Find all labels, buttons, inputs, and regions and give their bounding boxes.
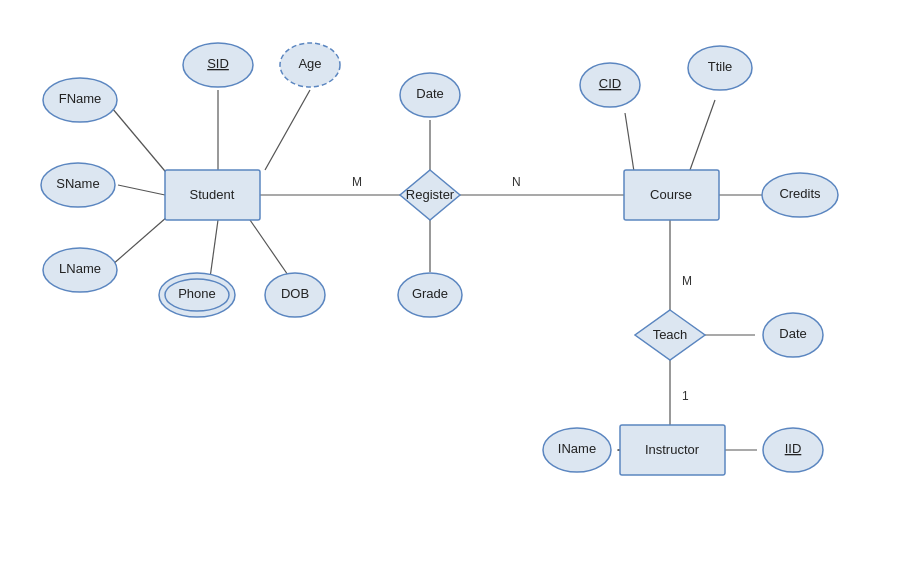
attr-cid-label: CID <box>599 76 621 91</box>
attr-iname-label: IName <box>558 441 596 456</box>
attr-lname-label: LName <box>59 261 101 276</box>
attr-dob-label: DOB <box>281 286 309 301</box>
svg-line-1 <box>265 90 310 170</box>
attr-fname-label: FName <box>59 91 102 106</box>
attr-age-label: Age <box>298 56 321 71</box>
attr-phone-label: Phone <box>178 286 216 301</box>
svg-line-12 <box>690 100 715 170</box>
attr-credits-label: Credits <box>779 186 821 201</box>
attr-sname-label: SName <box>56 176 99 191</box>
relation-register-label: Register <box>406 187 455 202</box>
svg-line-11 <box>625 113 635 178</box>
relation-teach-label: Teach <box>653 327 688 342</box>
attr-grade-label: Grade <box>412 286 448 301</box>
cardinality-m-teach: M <box>682 274 692 288</box>
entity-student-label: Student <box>190 187 235 202</box>
cardinality-n-register: N <box>512 175 521 189</box>
attr-iid-label: IID <box>785 441 802 456</box>
entity-instructor-label: Instructor <box>645 442 700 457</box>
svg-line-5 <box>210 220 218 278</box>
svg-line-6 <box>250 220 290 278</box>
svg-line-3 <box>118 185 165 195</box>
attr-date-teach-label: Date <box>779 326 806 341</box>
entity-course-label: Course <box>650 187 692 202</box>
attr-sid-label: SID <box>207 56 229 71</box>
attr-ttile-label: Ttile <box>708 59 733 74</box>
cardinality-m-register: M <box>352 175 362 189</box>
er-diagram: Student Course Instructor Register Teach… <box>0 0 913 567</box>
cardinality-1-teach: 1 <box>682 389 689 403</box>
attr-date-register-label: Date <box>416 86 443 101</box>
